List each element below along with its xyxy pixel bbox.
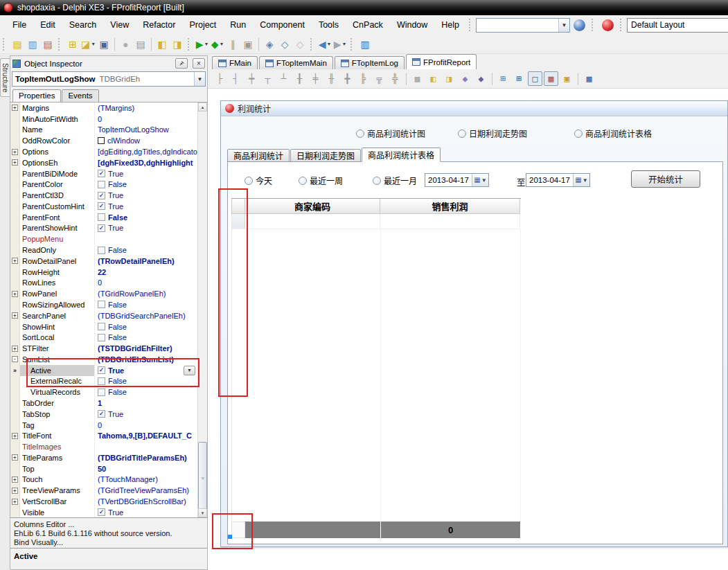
scroll-down-icon[interactable]: ▼ xyxy=(198,508,207,517)
bring-forward-icon[interactable]: ◆ xyxy=(458,71,472,86)
property-row-top[interactable]: Top50 xyxy=(10,463,197,474)
object-selector-dropdown-icon[interactable]: ▼ xyxy=(194,72,205,86)
align-to-grid-icon[interactable]: ⊞ xyxy=(496,71,511,86)
grid-empty-row[interactable] xyxy=(231,214,521,229)
checkbox-checked-icon[interactable]: ✓ xyxy=(98,202,105,210)
property-row-titlefont[interactable]: +TitleFontTahoma,9,[B],DEFAULT_C xyxy=(10,430,197,441)
property-row-oddrowcolor[interactable]: OddRowColorclWindow xyxy=(10,135,197,146)
menu-item-help[interactable]: Help xyxy=(434,17,466,33)
menu-item-tools[interactable]: Tools xyxy=(312,17,346,33)
align-vertical-centers-icon[interactable]: ╂ xyxy=(292,71,307,86)
checkbox-unchecked-icon[interactable] xyxy=(98,301,105,308)
align-top-edges-icon[interactable]: ┬ xyxy=(260,71,275,86)
align-right-edges-icon[interactable]: ┤ xyxy=(229,71,243,86)
property-row-stfilter[interactable]: +STFilter(TSTDBGridEhFilter) xyxy=(10,343,197,354)
checkbox-unchecked-icon[interactable] xyxy=(98,323,105,330)
checkbox-unchecked-icon[interactable] xyxy=(98,213,105,221)
property-row-rowlines[interactable]: RowLines0 xyxy=(10,278,197,289)
property-value[interactable]: Tahoma,9,[B],DEFAULT_C xyxy=(95,430,197,441)
align-bottom-edges-icon[interactable]: ┴ xyxy=(276,71,291,86)
structure-panel-tab[interactable]: Structure xyxy=(0,58,10,97)
radio-last-month[interactable]: 最近一月 xyxy=(373,175,417,186)
expand-icon[interactable]: + xyxy=(12,291,18,297)
property-value[interactable]: (TMargins) xyxy=(95,103,197,114)
menu-item-cnpack[interactable]: CnPack xyxy=(346,17,390,33)
tab-fprofitreport[interactable]: FProfitReport xyxy=(406,54,477,69)
property-row-parentfont[interactable]: ParentFontFalse xyxy=(10,212,197,223)
expand-icon[interactable]: + xyxy=(12,258,18,264)
radio-product-profit-chart[interactable]: 商品利润统计图 xyxy=(356,127,425,139)
property-row-tabstop[interactable]: TabStop✓True xyxy=(10,409,197,420)
property-value[interactable]: (TDBGridTitleParamsEh) xyxy=(95,452,197,463)
send-backward-icon[interactable]: ◆ xyxy=(474,71,488,86)
radio-last-week[interactable]: 最近一周 xyxy=(299,175,343,186)
property-value[interactable]: False xyxy=(95,321,197,332)
grid-column-merchant-code[interactable]: 商家编码 xyxy=(245,199,380,214)
property-value[interactable]: 0 xyxy=(95,420,197,431)
date-from-calendar-button[interactable]: ▦▼ xyxy=(472,174,488,186)
property-row-readonly[interactable]: ReadOnlyFalse xyxy=(10,244,197,256)
radio-today[interactable]: 今天 xyxy=(245,175,272,186)
property-value[interactable]: (TTouchManager) xyxy=(95,474,197,486)
tab-events[interactable]: Events xyxy=(62,89,98,102)
bind-visually-link[interactable]: Bind Visually... xyxy=(14,538,204,547)
grid-column-sales-profit[interactable]: 销售利润 xyxy=(380,199,520,214)
search-dropdown-icon[interactable]: ▼ xyxy=(558,19,569,32)
property-row-options[interactable]: +Options[dgEditing,dgTitles,dgIndicato xyxy=(10,146,197,157)
menu-item-search[interactable]: Search xyxy=(62,17,104,33)
navigate-forward-button[interactable]: ▶▼ xyxy=(332,37,348,52)
property-value[interactable]: False xyxy=(95,386,197,398)
property-value[interactable]: [dgEditing,dgTitles,dgIndicato xyxy=(95,146,197,157)
date-from-picker[interactable]: 2013-04-17 ▦▼ xyxy=(425,173,489,187)
menu-item-run[interactable]: Run xyxy=(223,17,253,33)
property-row-rowheight[interactable]: RowHeight22 xyxy=(10,267,197,278)
pause-button[interactable]: ∥ xyxy=(225,37,240,52)
property-value[interactable]: ✓True xyxy=(95,507,197,517)
property-row-minautofitwidth[interactable]: MinAutoFitWidth0 xyxy=(10,114,197,125)
expand-icon[interactable]: + xyxy=(12,454,18,461)
property-value[interactable] xyxy=(95,441,197,452)
menu-item-refactor[interactable]: Refactor xyxy=(136,17,182,33)
radio-product-profit-table[interactable]: 商品利润统计表格 xyxy=(574,127,652,139)
copy-pages-button[interactable]: ▥ xyxy=(25,37,40,52)
menu-item-file[interactable]: File xyxy=(6,17,33,33)
property-row-rowpanel[interactable]: +RowPanel(TGridRowPanelEh) xyxy=(10,288,197,299)
program-reset-button[interactable]: ▣ xyxy=(240,37,256,52)
property-row-vertscrollbar[interactable]: +VertScrollBar(TVertDBGridEhScrollBar) xyxy=(10,496,197,507)
open-project-button[interactable]: ◧ xyxy=(154,37,170,52)
property-value[interactable]: False xyxy=(95,332,197,343)
checkbox-checked-icon[interactable]: ✓ xyxy=(98,410,105,418)
property-row-touch[interactable]: +Touch(TTouchManager) xyxy=(10,474,197,486)
sphere-blue-icon[interactable] xyxy=(574,19,585,31)
menu-item-view[interactable]: View xyxy=(103,17,136,33)
property-value[interactable]: 0 xyxy=(95,114,197,125)
property-row-parentcustomhint[interactable]: ParentCustomHint✓True xyxy=(10,201,197,212)
checkbox-checked-icon[interactable]: ✓ xyxy=(98,170,105,177)
property-value[interactable]: ✓True xyxy=(95,201,197,212)
menu-item-component[interactable]: Component xyxy=(253,17,312,33)
property-value[interactable]: ✓True xyxy=(95,409,197,420)
property-value[interactable]: 22 xyxy=(95,267,197,278)
dropdown-arrow-icon[interactable]: ▼ xyxy=(327,42,332,46)
tab-properties[interactable]: Properties xyxy=(12,89,61,102)
space-equally-horizontal-icon[interactable]: ╪ xyxy=(308,71,323,86)
checkbox-unchecked-icon[interactable] xyxy=(98,389,105,396)
pin-button[interactable]: Ŧ xyxy=(175,58,188,69)
send-to-back-icon[interactable]: ◨ xyxy=(442,71,456,86)
close-button[interactable]: × xyxy=(193,58,205,69)
navigate-back-button[interactable]: ◀▼ xyxy=(317,37,332,52)
menu-item-project[interactable]: Project xyxy=(182,17,223,33)
run-without-debugging-button[interactable]: ◆▼ xyxy=(210,37,225,52)
designed-form-window[interactable]: 利润统计 商品利润统计图 日期利润走势图 商品利润统计表格 商品利润统 xyxy=(220,100,728,547)
columns-editor-link[interactable]: Columns Editor ... xyxy=(14,520,204,529)
expand-icon[interactable]: + xyxy=(12,159,18,166)
property-row-parentctl3d[interactable]: ParentCtl3D✓True xyxy=(10,190,197,201)
add-to-project-button[interactable]: ◨ xyxy=(170,37,185,52)
property-grid-scrollbar[interactable]: ▲ ≡ ▼ xyxy=(197,103,207,517)
step-over-button[interactable]: ◈ xyxy=(262,37,277,52)
menu-item-window[interactable]: Window xyxy=(390,17,434,33)
toolbar-grip[interactable] xyxy=(592,19,596,31)
checkbox-checked-icon[interactable]: ✓ xyxy=(98,224,105,232)
property-row-tag[interactable]: Tag0 xyxy=(10,420,197,431)
align-horizontal-centers-icon[interactable]: ┿ xyxy=(245,71,259,86)
